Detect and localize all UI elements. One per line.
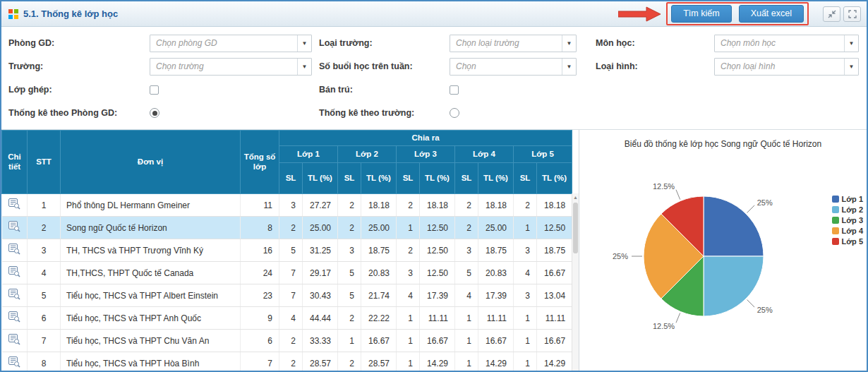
unit-name-cell: TH,THCS, THPT Quốc tế Canada bbox=[61, 262, 241, 284]
fullscreen-button[interactable] bbox=[843, 6, 861, 22]
value-cell: 28.57 bbox=[303, 352, 338, 371]
thong-ke-phong-gd-radio[interactable] bbox=[150, 108, 159, 118]
table-row[interactable]: 5Tiểu học, THCS và THPT Albert Einstein2… bbox=[2, 284, 572, 307]
chart-title: Biểu đồ thống kê lớp học Song ngữ Quốc t… bbox=[579, 139, 867, 149]
collapse-button[interactable] bbox=[823, 6, 840, 22]
legend-item[interactable]: Lớp 3 bbox=[832, 216, 863, 224]
value-cell: 44.44 bbox=[303, 307, 338, 330]
value-cell: 14.29 bbox=[537, 352, 572, 371]
scrollbar-thumb[interactable] bbox=[573, 203, 578, 253]
value-cell: 16.67 bbox=[478, 330, 514, 352]
value-cell: 16.67 bbox=[361, 330, 397, 352]
app-logo-icon bbox=[8, 9, 18, 19]
ban-tru-label: Bán trú: bbox=[319, 85, 450, 95]
unit-name-cell: Tiểu học, THCS và THPT Hòa Bình bbox=[61, 352, 241, 371]
col-header-sl: SL bbox=[397, 163, 420, 194]
table-row[interactable]: 2Song ngữ Quốc tế Horizon8225.00225.0011… bbox=[2, 217, 572, 239]
view-detail-icon[interactable] bbox=[8, 311, 20, 323]
value-cell: 2 bbox=[338, 352, 361, 371]
mon-hoc-select[interactable]: Chọn môn học ▼ bbox=[714, 35, 859, 52]
value-cell: 5 bbox=[338, 262, 361, 284]
detail-cell bbox=[2, 330, 28, 352]
view-detail-icon[interactable] bbox=[8, 356, 20, 368]
col-header-sl: SL bbox=[455, 163, 478, 194]
legend-item[interactable]: Lớp 1 bbox=[832, 195, 863, 203]
value-cell: 17.39 bbox=[420, 284, 455, 307]
stt-cell: 4 bbox=[28, 262, 61, 284]
value-cell: 16.67 bbox=[537, 330, 572, 352]
col-header-lop-1: Lớp 1 bbox=[279, 146, 338, 163]
table-scrollbar[interactable]: ▲ bbox=[572, 193, 579, 371]
total-classes-cell: 6 bbox=[241, 330, 279, 352]
col-header-tong-so-lop: Tổng số lớp bbox=[241, 131, 279, 194]
value-cell: 2 bbox=[338, 194, 361, 217]
view-detail-icon[interactable] bbox=[8, 289, 20, 300]
stt-cell: 5 bbox=[28, 284, 61, 307]
col-header-tl: TL (%) bbox=[361, 163, 397, 194]
value-cell: 14.29 bbox=[478, 352, 514, 371]
value-cell: 4 bbox=[397, 284, 420, 307]
detail-cell bbox=[2, 307, 28, 330]
value-cell: 5 bbox=[455, 262, 478, 284]
table-row[interactable]: 6Tiểu học, THCS và THPT Anh Quốc9444.442… bbox=[2, 307, 572, 330]
truong-select[interactable]: Chọn trường ▼ bbox=[150, 58, 312, 76]
value-cell: 2 bbox=[279, 217, 303, 239]
collapse-arrows-icon bbox=[828, 10, 836, 18]
filter-panel: Phòng GD: Chọn phòng GD ▼ Loại trường: C… bbox=[1, 27, 867, 129]
table-row[interactable]: 8Tiểu học, THCS và THPT Hòa Bình7228.572… bbox=[2, 352, 572, 371]
total-classes-cell: 8 bbox=[241, 217, 279, 239]
value-cell: 21.74 bbox=[361, 284, 397, 307]
table-row[interactable]: 3TH, THCS và THPT Trương Vĩnh Ký16531.25… bbox=[2, 239, 572, 262]
pie-slice[interactable] bbox=[704, 256, 764, 316]
search-button[interactable]: Tìm kiếm bbox=[671, 5, 731, 23]
pie-data-label: 12.5% bbox=[653, 322, 675, 330]
value-cell: 2 bbox=[279, 352, 303, 371]
value-cell: 2 bbox=[338, 217, 361, 239]
legend-item[interactable]: Lớp 4 bbox=[832, 227, 863, 235]
detail-cell bbox=[2, 284, 28, 307]
stt-cell: 7 bbox=[28, 330, 61, 352]
view-detail-icon[interactable] bbox=[8, 244, 20, 255]
legend-swatch-icon bbox=[832, 206, 839, 213]
table-row[interactable]: 7Tiểu học, THCS và THPT Chu Văn An6233.3… bbox=[2, 330, 572, 352]
legend-swatch-icon bbox=[832, 227, 839, 234]
pie-slice[interactable] bbox=[704, 196, 764, 256]
so-buoi-hoc-select[interactable]: Chọn ▼ bbox=[450, 58, 577, 76]
view-detail-icon[interactable] bbox=[8, 334, 20, 345]
value-cell: 1 bbox=[338, 330, 361, 352]
value-cell: 20.83 bbox=[361, 262, 397, 284]
legend-swatch-icon bbox=[832, 196, 839, 203]
col-header-lop-4: Lớp 4 bbox=[455, 146, 514, 163]
view-detail-icon[interactable] bbox=[8, 266, 20, 277]
value-cell: 3 bbox=[279, 194, 303, 217]
phong-gd-select[interactable]: Chọn phòng GD ▼ bbox=[150, 35, 312, 52]
legend-label: Lớp 2 bbox=[842, 205, 863, 214]
loai-hinh-select[interactable]: Chọn loại hình ▼ bbox=[714, 58, 859, 76]
value-cell: 7 bbox=[279, 284, 303, 307]
legend-label: Lớp 5 bbox=[842, 237, 863, 246]
value-cell: 12.50 bbox=[537, 217, 572, 239]
legend-item[interactable]: Lớp 5 bbox=[832, 237, 863, 246]
value-cell: 2 bbox=[279, 330, 303, 352]
table-row[interactable]: 1Phổ thông DL Hermann Gmeiner11327.27218… bbox=[2, 194, 572, 217]
view-detail-icon[interactable] bbox=[8, 221, 20, 232]
ban-tru-checkbox[interactable] bbox=[450, 85, 459, 95]
export-excel-button[interactable]: Xuất excel bbox=[739, 5, 804, 23]
scroll-up-arrow-icon[interactable]: ▲ bbox=[572, 193, 579, 200]
value-cell: 29.17 bbox=[303, 262, 338, 284]
chevron-down-icon: ▼ bbox=[562, 59, 576, 75]
value-cell: 12.50 bbox=[420, 217, 455, 239]
thong-ke-truong-radio[interactable] bbox=[450, 108, 459, 118]
loai-truong-select[interactable]: Chọn loại trường ▼ bbox=[450, 35, 577, 52]
value-cell: 18.75 bbox=[537, 239, 572, 262]
view-detail-icon[interactable] bbox=[8, 198, 20, 210]
value-cell: 13.04 bbox=[537, 284, 572, 307]
value-cell: 2 bbox=[455, 194, 478, 217]
unit-name-cell: Phổ thông DL Hermann Gmeiner bbox=[61, 194, 241, 217]
value-cell: 1 bbox=[514, 217, 537, 239]
table-row[interactable]: 4TH,THCS, THPT Quốc tế Canada24729.17520… bbox=[2, 262, 572, 284]
legend-item[interactable]: Lớp 2 bbox=[832, 205, 863, 214]
lop-ghep-checkbox[interactable] bbox=[150, 85, 159, 95]
detail-cell bbox=[2, 262, 28, 284]
value-cell: 2 bbox=[455, 217, 478, 239]
